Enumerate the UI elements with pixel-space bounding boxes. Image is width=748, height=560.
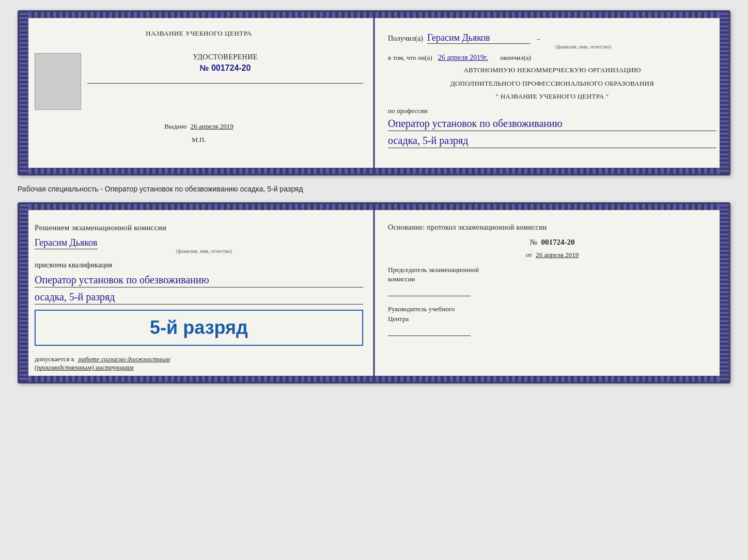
person-name: Герасим Дьяков <box>35 237 98 249</box>
director-label-text: Руководитель учебного <box>388 305 455 313</box>
admitted-text2: (производственным) инструкциям <box>35 363 363 372</box>
certificate-doc-1: НАЗВАНИЕ УЧЕБНОГО ЦЕНТРА УДОСТОВЕРЕНИЕ №… <box>18 10 730 175</box>
profession-line1: Оператор установок по обезвоживанию <box>388 116 716 131</box>
doc1-right: Получил(а) Герасим Дьяков – (фамилия, им… <box>376 12 729 174</box>
qual-line2: осадка, 5-й разряд <box>35 290 363 305</box>
cert-number-value: 001724-20 <box>211 63 251 72</box>
doc2-left: Решением экзаменационной комиссии Гераси… <box>19 204 376 382</box>
photo-placeholder <box>35 53 81 110</box>
admitted-label: допускается к <box>35 355 74 363</box>
qual-number-big: 5-й разряд <box>44 317 354 339</box>
director-signature <box>388 326 471 336</box>
assigned-label: присвоена квалификация <box>35 261 363 269</box>
admitted-text: работе согласно должностным <box>78 355 170 363</box>
protocol-number-value: 001724-20 <box>541 238 575 246</box>
protocol-number: № 001724-20 <box>388 238 716 247</box>
right-deco: –––иа←–––– <box>721 19 727 167</box>
chairman-label: Председатель экзаменационной комиссии <box>388 265 716 284</box>
received-prefix: Получил(а) <box>388 35 423 42</box>
completed-label: окончил(а) <box>500 54 531 61</box>
name-section: Герасим Дьяков (фамилия, имя, отчество) <box>35 237 363 254</box>
org-line1: АВТОНОМНУЮ НЕКОММЕРЧЕСКУЮ ОРГАНИЗАЦИЮ <box>388 65 716 75</box>
issued-date: 26 апреля 2019 <box>191 122 233 130</box>
recipient-name: Герасим Дьяков <box>427 33 531 44</box>
separator-text: Рабочая специальность - Оператор установ… <box>18 182 730 196</box>
chairman-label2: комиссии <box>388 275 415 283</box>
date-prefix: от <box>526 251 532 259</box>
doc1-center-title: НАЗВАНИЕ УЧЕБНОГО ЦЕНТРА <box>146 29 252 38</box>
cert-label: УДОСТОВЕРЕНИЕ <box>87 53 363 61</box>
org-line3: " НАЗВАНИЕ УЧЕБНОГО ЦЕНТРА " <box>388 91 716 102</box>
qualification-box: 5-й разряд <box>35 310 363 346</box>
director-label: Руководитель учебного Центра <box>388 305 716 323</box>
protocol-prefix: № <box>529 238 537 246</box>
director-label2: Центра <box>388 315 409 323</box>
issued-label: Выдано <box>164 122 186 130</box>
cert-number-section: УДОСТОВЕРЕНИЕ № 001724-20 <box>87 53 363 73</box>
basis-title: Основание: протокол экзаменационной коми… <box>388 223 716 232</box>
doc2-right: Основание: протокол экзаменационной коми… <box>376 204 729 382</box>
page-wrapper: НАЗВАНИЕ УЧЕБНОГО ЦЕНТРА УДОСТОВЕРЕНИЕ №… <box>18 10 730 383</box>
doc1-left: НАЗВАНИЕ УЧЕБНОГО ЦЕНТРА УДОСТОВЕРЕНИЕ №… <box>19 12 376 174</box>
in-that-prefix: в том, что он(а) <box>388 54 432 61</box>
qual-line1: Оператор установок по обезвоживанию <box>35 273 363 287</box>
right-deco-2: –––иа←–––– <box>721 211 727 375</box>
recipient-subtitle: (фамилия, имя, отчество) <box>450 44 716 50</box>
certificate-doc-2: Решением экзаменационной комиссии Гераси… <box>18 202 730 383</box>
date-value: 26 апреля 2019 <box>536 251 579 259</box>
mp-label: М.П. <box>192 136 206 144</box>
org-line2: ДОПОЛНИТЕЛЬНОГО ПРОФЕССИОНАЛЬНОГО ОБРАЗО… <box>388 78 716 89</box>
in-that-line: в том, что он(а) 26 апреля 2019г. окончи… <box>388 54 716 62</box>
received-section: Получил(а) Герасим Дьяков – (фамилия, им… <box>388 33 716 50</box>
completion-date: 26 апреля 2019г. <box>438 54 488 61</box>
profession-line2: осадка, 5-й разряд <box>388 133 716 148</box>
cert-number: № 001724-20 <box>87 63 363 73</box>
profession-label: по профессии <box>388 107 716 115</box>
chairman-label-text: Председатель экзаменационной <box>388 266 479 274</box>
cert-number-prefix: № <box>200 63 209 72</box>
admitted-section: допускается к работе согласно должностны… <box>35 355 363 363</box>
date-line: от 26 апреля 2019 <box>388 251 716 259</box>
issued-line: Выдано 26 апреля 2019 <box>164 122 233 131</box>
resolution-title: Решением экзаменационной комиссии <box>35 223 363 232</box>
chairman-signature <box>388 286 471 296</box>
